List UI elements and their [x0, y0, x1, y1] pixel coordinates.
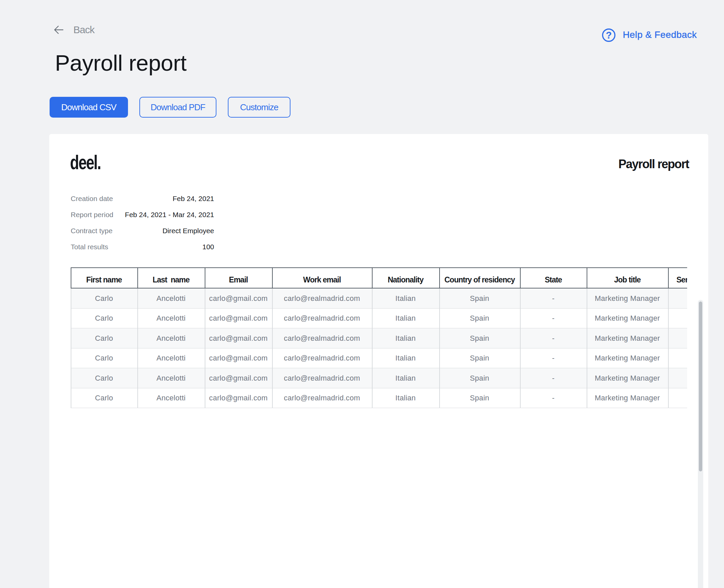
svg-text:?: ?	[606, 30, 612, 41]
